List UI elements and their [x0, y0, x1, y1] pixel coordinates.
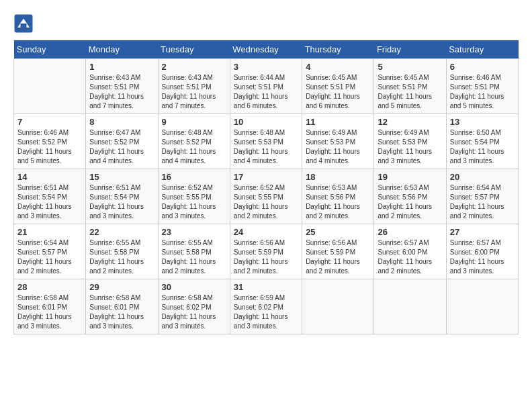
- calendar-cell: 31Sunrise: 6:59 AM Sunset: 6:02 PM Dayli…: [230, 279, 302, 334]
- day-info: Sunrise: 6:58 AM Sunset: 6:02 PM Dayligh…: [162, 293, 226, 331]
- day-number: 16: [162, 172, 226, 182]
- day-number: 10: [234, 117, 298, 127]
- calendar-cell: [446, 279, 518, 334]
- day-info: Sunrise: 6:58 AM Sunset: 6:01 PM Dayligh…: [17, 293, 82, 331]
- day-number: 13: [450, 117, 515, 127]
- day-number: 18: [306, 172, 370, 182]
- day-number: 2: [162, 62, 226, 72]
- day-info: Sunrise: 6:49 AM Sunset: 5:53 PM Dayligh…: [306, 128, 370, 166]
- day-number: 19: [378, 172, 442, 182]
- day-number: 5: [378, 62, 442, 72]
- weekday-header-row: SundayMondayTuesdayWednesdayThursdayFrid…: [14, 40, 519, 59]
- calendar-week-1: 1Sunrise: 6:43 AM Sunset: 5:51 PM Daylig…: [14, 59, 519, 114]
- calendar-cell: 1Sunrise: 6:43 AM Sunset: 5:51 PM Daylig…: [86, 59, 158, 114]
- calendar-table: SundayMondayTuesdayWednesdayThursdayFrid…: [13, 40, 519, 334]
- calendar-cell: 5Sunrise: 6:45 AM Sunset: 5:51 PM Daylig…: [374, 59, 446, 114]
- day-info: Sunrise: 6:54 AM Sunset: 5:57 PM Dayligh…: [17, 238, 82, 276]
- weekday-saturday: Saturday: [446, 40, 518, 59]
- calendar-cell: 2Sunrise: 6:43 AM Sunset: 5:51 PM Daylig…: [158, 59, 230, 114]
- calendar-cell: [302, 279, 374, 334]
- calendar-cell: 30Sunrise: 6:58 AM Sunset: 6:02 PM Dayli…: [158, 279, 230, 334]
- day-number: 20: [450, 172, 515, 182]
- logo: [13, 13, 35, 34]
- day-number: 4: [306, 62, 370, 72]
- day-info: Sunrise: 6:55 AM Sunset: 5:58 PM Dayligh…: [162, 238, 226, 276]
- calendar-cell: 22Sunrise: 6:55 AM Sunset: 5:58 PM Dayli…: [86, 224, 158, 279]
- calendar-week-5: 28Sunrise: 6:58 AM Sunset: 6:01 PM Dayli…: [14, 279, 519, 334]
- day-number: 27: [450, 227, 515, 237]
- day-info: Sunrise: 6:53 AM Sunset: 5:56 PM Dayligh…: [378, 183, 442, 221]
- calendar-cell: 19Sunrise: 6:53 AM Sunset: 5:56 PM Dayli…: [374, 169, 446, 224]
- calendar-cell: 29Sunrise: 6:58 AM Sunset: 6:01 PM Dayli…: [86, 279, 158, 334]
- day-number: 31: [234, 282, 298, 292]
- calendar-cell: 13Sunrise: 6:50 AM Sunset: 5:54 PM Dayli…: [446, 114, 518, 169]
- day-number: 14: [17, 172, 82, 182]
- calendar-cell: 4Sunrise: 6:45 AM Sunset: 5:51 PM Daylig…: [302, 59, 374, 114]
- calendar-body: 1Sunrise: 6:43 AM Sunset: 5:51 PM Daylig…: [14, 59, 519, 334]
- day-info: Sunrise: 6:45 AM Sunset: 5:51 PM Dayligh…: [306, 73, 370, 111]
- day-number: 30: [162, 282, 226, 292]
- day-info: Sunrise: 6:47 AM Sunset: 5:52 PM Dayligh…: [89, 128, 154, 166]
- day-info: Sunrise: 6:49 AM Sunset: 5:53 PM Dayligh…: [378, 128, 442, 166]
- calendar-cell: 17Sunrise: 6:52 AM Sunset: 5:55 PM Dayli…: [230, 169, 302, 224]
- day-info: Sunrise: 6:43 AM Sunset: 5:51 PM Dayligh…: [89, 73, 154, 111]
- calendar-cell: 23Sunrise: 6:55 AM Sunset: 5:58 PM Dayli…: [158, 224, 230, 279]
- day-info: Sunrise: 6:57 AM Sunset: 6:00 PM Dayligh…: [450, 238, 515, 276]
- weekday-friday: Friday: [374, 40, 446, 59]
- calendar-cell: 26Sunrise: 6:57 AM Sunset: 6:00 PM Dayli…: [374, 224, 446, 279]
- day-info: Sunrise: 6:48 AM Sunset: 5:52 PM Dayligh…: [162, 128, 226, 166]
- day-number: 28: [17, 282, 82, 292]
- weekday-wednesday: Wednesday: [230, 40, 302, 59]
- calendar-cell: 24Sunrise: 6:56 AM Sunset: 5:59 PM Dayli…: [230, 224, 302, 279]
- weekday-monday: Monday: [86, 40, 158, 59]
- day-info: Sunrise: 6:51 AM Sunset: 5:54 PM Dayligh…: [17, 183, 82, 221]
- day-info: Sunrise: 6:43 AM Sunset: 5:51 PM Dayligh…: [162, 73, 226, 111]
- day-info: Sunrise: 6:44 AM Sunset: 5:51 PM Dayligh…: [234, 73, 298, 111]
- day-info: Sunrise: 6:50 AM Sunset: 5:54 PM Dayligh…: [450, 128, 515, 166]
- day-info: Sunrise: 6:56 AM Sunset: 5:59 PM Dayligh…: [306, 238, 370, 276]
- day-info: Sunrise: 6:46 AM Sunset: 5:52 PM Dayligh…: [17, 128, 82, 166]
- calendar-cell: 8Sunrise: 6:47 AM Sunset: 5:52 PM Daylig…: [86, 114, 158, 169]
- calendar-cell: 9Sunrise: 6:48 AM Sunset: 5:52 PM Daylig…: [158, 114, 230, 169]
- day-info: Sunrise: 6:57 AM Sunset: 6:00 PM Dayligh…: [378, 238, 442, 276]
- calendar-cell: 21Sunrise: 6:54 AM Sunset: 5:57 PM Dayli…: [14, 224, 86, 279]
- calendar-cell: 15Sunrise: 6:51 AM Sunset: 5:54 PM Dayli…: [86, 169, 158, 224]
- calendar-cell: 7Sunrise: 6:46 AM Sunset: 5:52 PM Daylig…: [14, 114, 86, 169]
- calendar-cell: 10Sunrise: 6:48 AM Sunset: 5:53 PM Dayli…: [230, 114, 302, 169]
- day-number: 12: [378, 117, 442, 127]
- day-number: 22: [89, 227, 154, 237]
- day-info: Sunrise: 6:59 AM Sunset: 6:02 PM Dayligh…: [234, 293, 298, 331]
- day-number: 17: [234, 172, 298, 182]
- logo-icon: [13, 13, 34, 34]
- day-info: Sunrise: 6:48 AM Sunset: 5:53 PM Dayligh…: [234, 128, 298, 166]
- day-number: 21: [17, 227, 82, 237]
- calendar-cell: 14Sunrise: 6:51 AM Sunset: 5:54 PM Dayli…: [14, 169, 86, 224]
- calendar-cell: 3Sunrise: 6:44 AM Sunset: 5:51 PM Daylig…: [230, 59, 302, 114]
- weekday-sunday: Sunday: [14, 40, 86, 59]
- svg-rect-2: [21, 24, 27, 28]
- day-info: Sunrise: 6:54 AM Sunset: 5:57 PM Dayligh…: [450, 183, 515, 221]
- calendar-week-2: 7Sunrise: 6:46 AM Sunset: 5:52 PM Daylig…: [14, 114, 519, 169]
- day-number: 9: [162, 117, 226, 127]
- day-info: Sunrise: 6:58 AM Sunset: 6:01 PM Dayligh…: [89, 293, 154, 331]
- day-number: 6: [450, 62, 515, 72]
- day-info: Sunrise: 6:52 AM Sunset: 5:55 PM Dayligh…: [162, 183, 226, 221]
- weekday-tuesday: Tuesday: [158, 40, 230, 59]
- calendar-cell: 16Sunrise: 6:52 AM Sunset: 5:55 PM Dayli…: [158, 169, 230, 224]
- day-number: 1: [89, 62, 154, 72]
- calendar-cell: 27Sunrise: 6:57 AM Sunset: 6:00 PM Dayli…: [446, 224, 518, 279]
- day-number: 24: [234, 227, 298, 237]
- calendar-cell: 12Sunrise: 6:49 AM Sunset: 5:53 PM Dayli…: [374, 114, 446, 169]
- day-info: Sunrise: 6:46 AM Sunset: 5:51 PM Dayligh…: [450, 73, 515, 111]
- calendar-cell: 28Sunrise: 6:58 AM Sunset: 6:01 PM Dayli…: [14, 279, 86, 334]
- calendar-cell: 25Sunrise: 6:56 AM Sunset: 5:59 PM Dayli…: [302, 224, 374, 279]
- day-info: Sunrise: 6:51 AM Sunset: 5:54 PM Dayligh…: [89, 183, 154, 221]
- calendar-cell: [374, 279, 446, 334]
- calendar-week-4: 21Sunrise: 6:54 AM Sunset: 5:57 PM Dayli…: [14, 224, 519, 279]
- day-number: 25: [306, 227, 370, 237]
- calendar-cell: 20Sunrise: 6:54 AM Sunset: 5:57 PM Dayli…: [446, 169, 518, 224]
- calendar-cell: 6Sunrise: 6:46 AM Sunset: 5:51 PM Daylig…: [446, 59, 518, 114]
- day-number: 7: [17, 117, 82, 127]
- day-info: Sunrise: 6:53 AM Sunset: 5:56 PM Dayligh…: [306, 183, 370, 221]
- day-number: 3: [234, 62, 298, 72]
